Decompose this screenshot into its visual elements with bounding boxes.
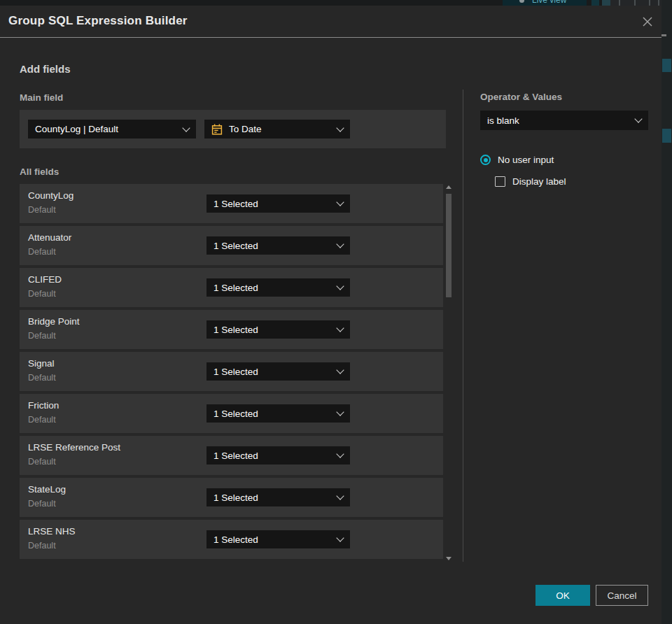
- field-subtitle: Default: [28, 541, 56, 551]
- dialog-header: Group SQL Expression Builder: [0, 6, 662, 38]
- chevron-down-icon: [336, 408, 344, 416]
- field-values-select[interactable]: 1 Selected: [206, 488, 350, 506]
- field-name: CountyLog: [28, 190, 74, 201]
- chevron-down-icon: [336, 366, 344, 374]
- field-row: Attenuator Default 1 Selected: [20, 226, 443, 265]
- chevron-down-icon: [336, 198, 344, 206]
- operator-select-value: is blank: [487, 115, 519, 126]
- group-sql-expression-builder-dialog: Group SQL Expression Builder Add fields …: [0, 6, 662, 624]
- calendar-icon: [211, 124, 223, 135]
- field-values-select-label: 1 Selected: [214, 283, 258, 293]
- display-label-checkbox[interactable]: Display label: [495, 176, 566, 187]
- field-row: LRSE NHS Default 1 Selected: [20, 520, 443, 559]
- scrollbar-up-arrow-icon[interactable]: [446, 185, 451, 189]
- field-subtitle: Default: [28, 499, 56, 509]
- fields-list-scrollbar[interactable]: [445, 184, 452, 562]
- field-values-select-label: 1 Selected: [214, 367, 258, 377]
- live-view-button: Live view: [503, 0, 587, 6]
- field-name: CLIFED: [28, 274, 62, 285]
- background-toolbar-tick: [619, 0, 620, 6]
- field-row: CountyLog Default 1 Selected: [20, 184, 443, 223]
- field-subtitle: Default: [28, 373, 56, 383]
- field-row: Friction Default 1 Selected: [20, 394, 443, 433]
- radio-selected-icon: [480, 155, 491, 165]
- field-values-select[interactable]: 1 Selected: [206, 362, 350, 381]
- close-icon: [640, 15, 654, 29]
- field-row: LRSE Reference Post Default 1 Selected: [20, 436, 443, 475]
- chevron-down-icon: [634, 115, 642, 122]
- field-name: Friction: [28, 400, 59, 411]
- chevron-down-icon: [336, 240, 344, 248]
- no-user-input-label: No user input: [498, 155, 554, 165]
- main-field-source-value: CountyLog | Default: [35, 124, 118, 134]
- background-dash: [662, 34, 666, 36]
- background-panel-icon: [662, 129, 671, 143]
- field-subtitle: Default: [28, 289, 56, 299]
- dialog-title: Group SQL Expression Builder: [8, 14, 188, 28]
- field-name: StateLog: [28, 484, 66, 495]
- main-field-container: CountyLog | Default To Date: [20, 110, 446, 148]
- background-icon: [602, 0, 610, 6]
- close-button[interactable]: [639, 13, 656, 30]
- main-field-label: Main field: [20, 92, 63, 103]
- chevron-down-icon: [336, 534, 344, 541]
- field-values-select[interactable]: 1 Selected: [206, 194, 350, 213]
- checkbox-unchecked-icon: [495, 176, 505, 187]
- app-background-top-strip: Live view: [0, 0, 672, 6]
- background-toolbar: [610, 0, 662, 6]
- field-name: LRSE Reference Post: [28, 442, 120, 453]
- field-values-select[interactable]: 1 Selected: [206, 530, 350, 548]
- main-field-type-select[interactable]: To Date: [204, 120, 350, 139]
- field-subtitle: Default: [28, 205, 56, 215]
- operator-select[interactable]: is blank: [480, 111, 648, 130]
- live-view-label: Live view: [532, 0, 566, 5]
- chevron-down-icon: [336, 282, 344, 290]
- field-values-select-label: 1 Selected: [214, 451, 258, 461]
- field-values-select[interactable]: 1 Selected: [206, 320, 350, 339]
- cancel-button[interactable]: Cancel: [596, 585, 648, 606]
- field-values-select-label: 1 Selected: [214, 199, 258, 209]
- field-values-select[interactable]: 1 Selected: [206, 278, 350, 297]
- field-values-select-label: 1 Selected: [214, 534, 258, 545]
- background-toolbar-tick: [649, 0, 650, 6]
- field-subtitle: Default: [28, 457, 56, 467]
- add-fields-heading: Add fields: [20, 63, 71, 75]
- field-name: Signal: [28, 358, 55, 369]
- field-subtitle: Default: [28, 247, 56, 257]
- field-values-select-label: 1 Selected: [214, 409, 258, 419]
- chevron-down-icon: [336, 492, 344, 499]
- field-values-select-label: 1 Selected: [214, 241, 258, 251]
- field-values-select[interactable]: 1 Selected: [206, 236, 350, 255]
- chevron-down-icon: [336, 324, 344, 332]
- main-field-source-select[interactable]: CountyLog | Default: [28, 120, 196, 139]
- ok-button[interactable]: OK: [536, 585, 590, 606]
- field-row: CLIFED Default 1 Selected: [20, 268, 443, 307]
- field-name: Attenuator: [28, 232, 71, 243]
- field-name: LRSE NHS: [28, 526, 76, 537]
- scrollbar-down-arrow-icon[interactable]: [446, 557, 451, 560]
- no-user-input-radio[interactable]: No user input: [480, 155, 554, 165]
- operator-values-label: Operator & Values: [480, 92, 562, 102]
- field-values-select[interactable]: 1 Selected: [206, 446, 350, 465]
- app-background-right-strip: [662, 0, 672, 624]
- field-subtitle: Default: [28, 415, 56, 425]
- background-toolbar-tick: [658, 0, 659, 6]
- field-name: Bridge Point: [28, 316, 80, 327]
- background-panel-icon: [662, 59, 671, 72]
- live-view-dot-icon: [519, 0, 524, 3]
- chevron-down-icon: [336, 124, 344, 132]
- field-values-select[interactable]: 1 Selected: [206, 404, 350, 423]
- field-row: Bridge Point Default 1 Selected: [20, 310, 443, 349]
- field-values-select-label: 1 Selected: [214, 325, 258, 335]
- chevron-down-icon: [182, 124, 190, 132]
- main-field-type-value: To Date: [229, 124, 262, 134]
- field-row: Signal Default 1 Selected: [20, 352, 443, 391]
- field-row: StateLog Default 1 Selected: [20, 478, 443, 517]
- scrollbar-thumb[interactable]: [446, 194, 451, 297]
- background-toolbar-tick: [634, 0, 636, 6]
- all-fields-label: All fields: [20, 166, 59, 177]
- field-subtitle: Default: [28, 331, 56, 341]
- chevron-down-icon: [336, 450, 344, 458]
- field-values-select-label: 1 Selected: [214, 492, 258, 503]
- display-label-text: Display label: [512, 176, 566, 187]
